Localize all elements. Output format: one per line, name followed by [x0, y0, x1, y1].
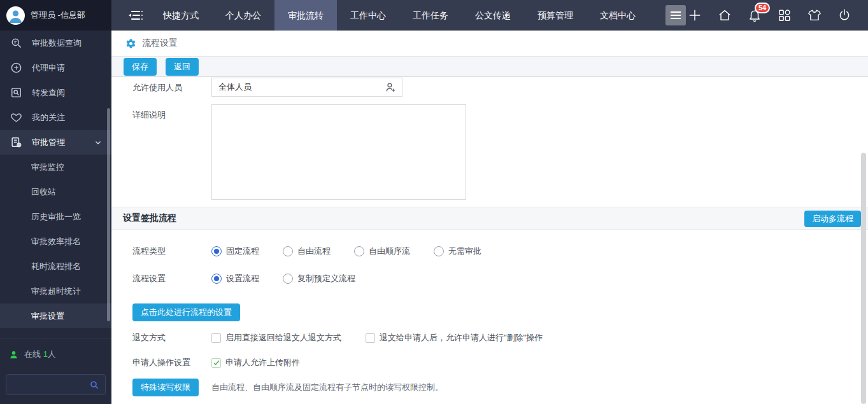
checkbox-allow-attachments[interactable]: 申请人允许上传附件 — [211, 357, 300, 368]
tab-document-center[interactable]: 文档中心 — [587, 0, 649, 31]
sidebar-item-my-follow[interactable]: 我的关注 — [0, 105, 111, 130]
sidebar-subitem-history-overview[interactable]: 历史审批一览 — [0, 204, 111, 229]
sidebar-scrollbar-thumb[interactable] — [107, 108, 110, 321]
applicant-settings-row: 申请人操作设置 申请人允许上传附件 — [111, 353, 868, 372]
sidebar-subitem-recycle-bin[interactable]: 回收站 — [0, 179, 111, 204]
sidebar-item-label: 我的关注 — [32, 112, 65, 123]
bell-icon[interactable]: 54 — [748, 8, 762, 22]
tab-personal-office[interactable]: 个人办公 — [212, 0, 274, 31]
sidebar-search — [6, 374, 106, 395]
section-header: 设置签批流程 启动多流程 — [111, 207, 868, 230]
sidebar-item-approval-management[interactable]: 审批管理 — [0, 130, 111, 155]
checkbox-checked-icon[interactable] — [211, 358, 221, 368]
sidebar-item-label: 审批管理 — [32, 137, 65, 148]
gear-icon — [125, 38, 136, 49]
tab-shortcuts[interactable]: 快捷方式 — [150, 0, 212, 31]
sidebar-footer: 在线 1人 — [0, 338, 111, 404]
sidebar-item-approval-data-query[interactable]: 审批数据查询 — [0, 31, 111, 55]
forward-view-icon — [10, 87, 22, 99]
flow-type-row: 流程类型 固定流程 自由流程 自由顺序流 无需审批 — [111, 242, 868, 261]
radio-icon[interactable] — [283, 246, 293, 256]
sidebar-subitem-overtime-statistics[interactable]: 审批超时统计 — [0, 279, 111, 303]
return-doc-row: 退文方式 启用直接返回给退文人退文方式 退文给申请人后，允许申请人进行"删除"操… — [111, 328, 868, 347]
tab-work-center[interactable]: 工作中心 — [337, 0, 399, 31]
sidebar-subitem-efficiency-ranking[interactable]: 审批效率排名 — [0, 229, 111, 254]
online-count: 1 — [43, 349, 48, 359]
radio-icon[interactable] — [434, 246, 444, 256]
main-scrollbar-thumb[interactable] — [861, 153, 866, 404]
sidebar: 审批数据查询 代理申请 转发查阅 我的关注 审批管理 审批监控 回收站 历史审批… — [0, 31, 111, 404]
description-textarea[interactable] — [211, 104, 466, 200]
return-doc-options: 启用直接返回给退文人退文方式 退文给申请人后，允许申请人进行"删除"操作 — [211, 332, 543, 344]
home-icon[interactable] — [718, 8, 732, 22]
flow-type-label: 流程类型 — [132, 246, 166, 257]
special-permission-row: 特殊读写权限 自由流程、自由顺序流及固定流程有子节点时的读写权限控制。 — [111, 378, 868, 397]
sidebar-subitem-approval-settings[interactable]: 审批设置 — [0, 303, 111, 328]
radio-no-approval[interactable]: 无需审批 — [434, 246, 481, 257]
sidebar-item-forward-view[interactable]: 转发查阅 — [0, 80, 111, 105]
setup-flow-button[interactable]: 点击此处进行流程的设置 — [132, 303, 240, 321]
tab-approval-flow[interactable]: 审批流转 — [274, 0, 337, 31]
form-content: 允许使用人员 详细说明 设置签批流程 启动多流程 流程类型 固定流程 自由流程 … — [111, 77, 868, 404]
sidebar-collapse-icon[interactable] — [120, 0, 150, 31]
add-person-icon[interactable] — [385, 81, 397, 94]
checkbox-icon[interactable] — [366, 333, 375, 343]
sidebar-subitem-time-consuming-ranking[interactable]: 耗时流程排名 — [0, 254, 111, 279]
sidebar-search-input[interactable] — [6, 380, 89, 389]
search-data-icon — [10, 37, 22, 49]
radio-icon[interactable] — [211, 246, 222, 256]
chevron-down-icon — [94, 139, 102, 146]
checkbox-icon[interactable] — [211, 333, 221, 343]
more-menu-button[interactable] — [665, 5, 686, 25]
topbar: 管理员 -信息部 快捷方式 个人办公 审批流转 工作中心 工作任务 公文传递 预… — [0, 0, 868, 31]
tab-budget-management[interactable]: 预算管理 — [524, 0, 587, 31]
applicant-options: 申请人允许上传附件 — [211, 357, 300, 368]
toolbar: 保存 返回 — [111, 57, 868, 77]
save-button[interactable]: 保存 — [124, 58, 157, 76]
radio-copy-predefined-flow[interactable]: 复制预定义流程 — [283, 273, 355, 284]
online-status: 在线 1人 — [0, 338, 111, 360]
tab-document-transfer[interactable]: 公文传递 — [462, 0, 524, 31]
flow-type-options: 固定流程 自由流程 自由顺序流 无需审批 — [211, 246, 481, 257]
add-icon[interactable] — [688, 8, 702, 22]
apps-icon[interactable] — [778, 8, 792, 22]
special-permission-description: 自由流程、自由顺序流及固定流程有子节点时的读写权限控制。 — [211, 382, 443, 393]
search-icon[interactable] — [89, 380, 99, 390]
sidebar-item-label: 审批数据查询 — [32, 38, 82, 49]
section-title: 设置签批流程 — [123, 212, 176, 224]
flow-setting-label: 流程设置 — [132, 273, 166, 284]
online-label: 在线 — [24, 349, 41, 359]
back-button[interactable]: 返回 — [166, 58, 199, 76]
checkbox-direct-return[interactable]: 启用直接返回给退文人退文方式 — [211, 332, 341, 344]
avatar[interactable] — [6, 6, 25, 25]
checkbox-allow-delete[interactable]: 退文给申请人后，允许申请人进行"删除"操作 — [366, 332, 543, 344]
special-rw-permission-button[interactable]: 特殊读写权限 — [132, 379, 199, 396]
breadcrumb: 流程设置 — [111, 31, 868, 57]
user-panel[interactable]: 管理员 -信息部 — [0, 0, 111, 31]
page-title: 流程设置 — [142, 38, 178, 49]
sidebar-item-proxy-application[interactable]: 代理申请 — [0, 55, 111, 80]
return-doc-label: 退文方式 — [132, 332, 166, 344]
radio-icon[interactable] — [211, 274, 222, 284]
flow-setting-options: 设置流程 复制预定义流程 — [211, 273, 355, 284]
sidebar-item-label: 代理申请 — [32, 62, 65, 74]
approval-manage-icon — [10, 136, 22, 148]
radio-icon[interactable] — [283, 274, 293, 284]
radio-set-flow[interactable]: 设置流程 — [211, 273, 259, 284]
radio-fixed-flow[interactable]: 固定流程 — [211, 246, 259, 257]
theme-shirt-icon[interactable] — [808, 8, 822, 22]
tab-work-tasks[interactable]: 工作任务 — [399, 0, 462, 31]
radio-free-sequence-flow[interactable]: 自由顺序流 — [354, 246, 410, 257]
online-suffix: 人 — [48, 349, 56, 359]
heart-icon — [10, 111, 22, 123]
start-multi-flow-button[interactable]: 启动多流程 — [804, 211, 861, 227]
allowed-users-input[interactable] — [212, 83, 385, 92]
radio-free-flow[interactable]: 自由流程 — [283, 246, 331, 257]
sidebar-subitem-approval-monitor[interactable]: 审批监控 — [0, 155, 111, 179]
power-icon[interactable] — [837, 8, 851, 22]
radio-icon[interactable] — [354, 246, 364, 256]
main-nav: 快捷方式 个人办公 审批流转 工作中心 工作任务 公文传递 预算管理 文档中心 — [150, 0, 686, 31]
notification-badge: 54 — [755, 3, 770, 13]
user-name: 管理员 -信息部 — [31, 10, 85, 21]
allowed-users-label: 允许使用人员 — [132, 82, 182, 94]
